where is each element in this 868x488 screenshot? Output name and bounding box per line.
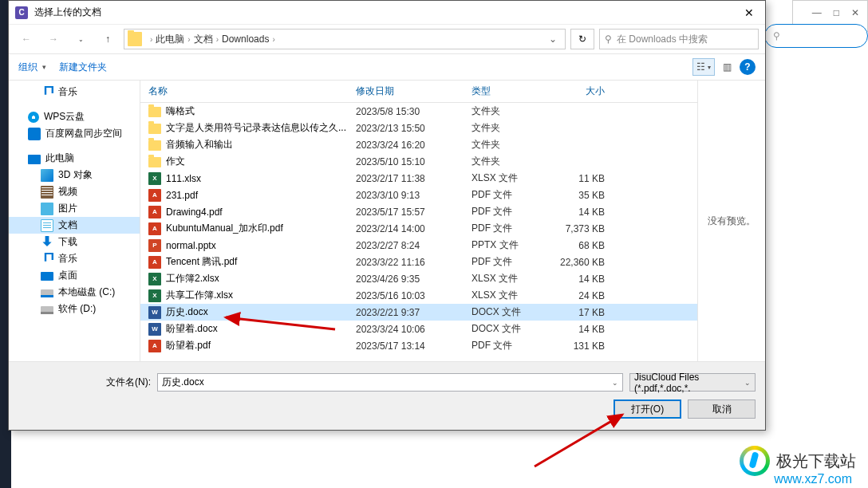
tree-item-4[interactable]: 3D 对象	[9, 167, 140, 183]
tree-label: 本地磁盘 (C:)	[58, 285, 115, 299]
column-date[interactable]: 修改日期	[348, 85, 464, 98]
help-button[interactable]: ?	[740, 59, 756, 75]
breadcrumb-crumb-1[interactable]: 文档	[194, 33, 213, 46]
back-button[interactable]: ←	[15, 28, 37, 50]
file-row-12[interactable]: W历史.docx2023/2/21 9:37DOCX 文件17 KB	[140, 304, 697, 321]
preview-pane-button[interactable]: ▥	[720, 58, 735, 76]
file-type: PDF 文件	[464, 188, 551, 202]
bg-minimize-icon[interactable]: —	[812, 7, 822, 18]
tree-item-8[interactable]: 下载	[9, 234, 140, 250]
tree-icon	[41, 219, 53, 232]
breadcrumb[interactable]: › 此电脑 › 文档 › Downloads › ⌄	[124, 29, 566, 49]
file-size: 35 KB	[551, 190, 611, 201]
file-icon	[148, 157, 161, 167]
breadcrumb-dropdown-icon[interactable]: ⌄	[544, 33, 562, 45]
file-icon: A	[148, 256, 161, 269]
tree-item-6[interactable]: 图片	[9, 200, 140, 217]
recent-dropdown-icon[interactable]: ⌄	[69, 28, 92, 50]
tree-label: 图片	[58, 202, 77, 215]
tree-label: 桌面	[58, 269, 77, 282]
breadcrumb-crumb-2[interactable]: Downloads	[222, 33, 269, 45]
file-type: 文件夹	[464, 104, 551, 118]
file-row-9[interactable]: ATencent 腾讯.pdf2023/3/22 11:16PDF 文件22,3…	[140, 254, 697, 270]
view-mode-button[interactable]: ☷ ▾	[692, 58, 715, 76]
file-icon: P	[148, 239, 161, 252]
tree-item-10[interactable]: 桌面	[9, 267, 140, 284]
file-name: Drawing4.pdf	[166, 207, 223, 218]
tree-icon	[41, 306, 53, 314]
file-icon: A	[148, 222, 161, 235]
file-row-4[interactable]: X111.xlsx2023/2/17 11:38XLSX 文件11 KB	[140, 170, 697, 187]
file-date: 2023/2/14 14:00	[348, 223, 464, 234]
tree-item-2[interactable]: 百度网盘同步空间	[9, 125, 140, 142]
view-dropdown-icon: ▾	[708, 64, 711, 71]
up-button[interactable]: ↑	[97, 28, 119, 50]
file-row-11[interactable]: X共享工作簿.xlsx2023/5/16 10:03XLSX 文件24 KB	[140, 287, 697, 304]
file-date: 2023/2/17 11:38	[348, 173, 464, 184]
file-date: 2023/5/10 15:10	[348, 156, 464, 167]
tree-icon	[28, 112, 39, 123]
tree-item-0[interactable]: 音乐	[9, 84, 140, 100]
file-row-13[interactable]: W盼望着.docx2023/3/24 10:06DOCX 文件14 KB	[140, 321, 697, 337]
open-button[interactable]: 打开(O)	[614, 399, 681, 419]
organize-menu[interactable]: 组织	[18, 61, 37, 74]
file-row-2[interactable]: 音频输入和输出2023/3/24 16:20文件夹	[140, 136, 697, 153]
file-icon	[148, 140, 161, 151]
file-row-7[interactable]: AKubuntuManual_加水印.pdf2023/2/14 14:00PDF…	[140, 220, 697, 237]
file-row-3[interactable]: 作文2023/5/10 15:10文件夹	[140, 153, 697, 170]
sidebar-tree[interactable]: 音乐WPS云盘百度网盘同步空间此电脑3D 对象视频图片文档下载音乐桌面本地磁盘 …	[9, 81, 140, 361]
file-type: 文件夹	[464, 155, 551, 168]
refresh-button[interactable]: ↻	[570, 29, 594, 49]
cancel-button[interactable]: 取消	[688, 399, 756, 419]
tree-icon	[41, 169, 53, 182]
file-size: 14 KB	[551, 324, 611, 335]
tree-item-7[interactable]: 文档	[9, 217, 140, 234]
file-icon: W	[148, 323, 161, 336]
file-type: XLSX 文件	[464, 289, 551, 302]
file-name: 工作簿2.xlsx	[166, 272, 219, 285]
file-date: 2023/5/17 15:57	[348, 207, 464, 218]
file-name: 历史.docx	[166, 305, 208, 319]
file-icon	[148, 124, 161, 134]
file-rows[interactable]: 嗨格式2023/5/8 15:30文件夹文字是人类用符号记录表达信息以传之久..…	[140, 103, 697, 361]
tree-item-12[interactable]: 软件 (D:)	[9, 301, 140, 317]
breadcrumb-crumb-0[interactable]: 此电脑	[156, 33, 184, 46]
breadcrumb-sep: ›	[187, 35, 190, 44]
navigation-bar: ← → ⌄ ↑ › 此电脑 › 文档 › Downloads › ⌄ ↻ ⚲ 在…	[9, 25, 765, 53]
tree-label: 音乐	[58, 85, 77, 99]
bg-maximize-icon[interactable]: □	[834, 7, 839, 18]
organize-dropdown-icon[interactable]: ▾	[42, 63, 46, 71]
column-name[interactable]: 名称	[140, 85, 348, 98]
file-size: 17 KB	[551, 307, 611, 318]
file-row-14[interactable]: A盼望着.pdf2023/5/17 13:14PDF 文件131 KB	[140, 337, 697, 354]
tree-item-9[interactable]: 音乐	[9, 250, 140, 267]
tree-item-3[interactable]: 此电脑	[9, 150, 140, 167]
file-size: 131 KB	[551, 340, 611, 352]
file-row-10[interactable]: X工作簿2.xlsx2023/4/26 9:35XLSX 文件14 KB	[140, 270, 697, 287]
close-button[interactable]: ✕	[740, 5, 759, 21]
tree-label: 音乐	[58, 252, 77, 266]
bg-close-icon[interactable]: ✕	[851, 7, 859, 18]
file-date: 2023/5/16 10:03	[348, 290, 464, 301]
tree-label: 此电脑	[45, 152, 74, 165]
filetype-select[interactable]: JisuCloud Files (*.pdf,*.doc,*. ⌄	[629, 373, 756, 392]
file-date: 2023/4/26 9:35	[348, 274, 464, 285]
tree-item-1[interactable]: WPS云盘	[9, 108, 140, 125]
search-input[interactable]: ⚲ 在 Downloads 中搜索	[599, 29, 759, 49]
file-row-8[interactable]: Pnormal.pptx2023/2/27 8:24PPTX 文件68 KB	[140, 237, 697, 254]
forward-button: →	[42, 28, 65, 50]
filename-dropdown-icon[interactable]: ⌄	[612, 379, 618, 387]
tree-item-11[interactable]: 本地磁盘 (C:)	[9, 284, 140, 301]
tree-item-5[interactable]: 视频	[9, 183, 140, 200]
new-folder-button[interactable]: 新建文件夹	[59, 61, 107, 74]
file-row-1[interactable]: 文字是人类用符号记录表达信息以传之久...2023/2/13 15:50文件夹	[140, 120, 697, 136]
file-row-0[interactable]: 嗨格式2023/5/8 15:30文件夹	[140, 103, 697, 120]
file-row-6[interactable]: ADrawing4.pdf2023/5/17 15:57PDF 文件14 KB	[140, 203, 697, 220]
file-type: PPTX 文件	[464, 238, 551, 252]
background-search[interactable]: ⚲	[764, 24, 868, 48]
column-type[interactable]: 类型	[464, 85, 551, 98]
file-open-dialog: C 选择上传的文档 ✕ ← → ⌄ ↑ › 此电脑 › 文档 › Downloa…	[8, 0, 766, 431]
file-row-5[interactable]: A231.pdf2023/3/10 9:13PDF 文件35 KB	[140, 187, 697, 203]
filename-input[interactable]: 历史.docx ⌄	[157, 373, 623, 392]
column-size[interactable]: 大小	[551, 85, 611, 98]
